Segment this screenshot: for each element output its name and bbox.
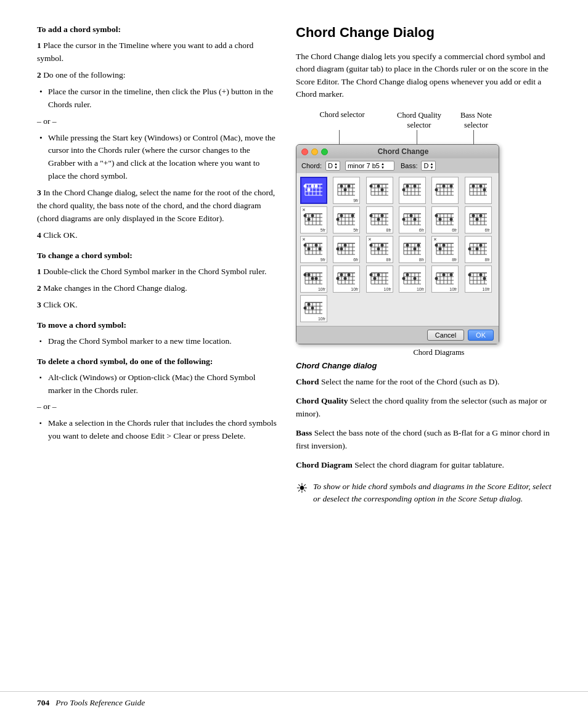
step-text-c2: Make changes in the Chord Change dialog. xyxy=(43,283,187,293)
traffic-light-green[interactable] xyxy=(321,148,328,155)
line-bass-note xyxy=(473,130,474,144)
svg-point-277 xyxy=(443,274,446,277)
chord-diagram-13[interactable]: 9fr ✕ xyxy=(300,236,327,263)
term-bass: Bass xyxy=(296,428,312,437)
svg-point-191 xyxy=(406,244,409,247)
chord-diagram-15[interactable]: 8fr ✕ xyxy=(366,236,393,263)
svg-point-10 xyxy=(311,185,314,188)
svg-point-301 xyxy=(308,303,311,306)
svg-point-144 xyxy=(475,218,478,221)
line-chord-quality xyxy=(417,130,417,144)
step-2-change: 2 Make changes in the Chord Change dialo… xyxy=(37,282,277,295)
chord-diagram-19[interactable]: 10fr xyxy=(300,266,327,293)
dialog-area: Chord selector Chord Qualityselector Bas… xyxy=(296,110,557,371)
svg-point-203 xyxy=(435,244,438,247)
svg-point-24 xyxy=(344,189,347,192)
tip-text: To show or hide chord symbols and diagra… xyxy=(313,481,557,506)
step-4-add: 4 Click OK. xyxy=(37,229,277,242)
step-2-add: 2 Do one of the following: xyxy=(37,69,277,82)
chord-diagram-17[interactable]: 8fr ✕ xyxy=(431,236,459,263)
step-number-1: 1 xyxy=(37,41,41,50)
bass-select[interactable]: D ▲▼ xyxy=(421,161,436,171)
chord-diagram-8[interactable]: 5fr xyxy=(333,206,360,233)
chord-diagram-12[interactable]: 6fr xyxy=(465,206,492,233)
chord-diagram-6[interactable] xyxy=(465,177,492,204)
intro-text: The Chord Change dialog lets you specify… xyxy=(296,51,557,100)
svg-point-142 xyxy=(472,214,475,217)
step-text-c1: Double-click the Chord Symbol marker in … xyxy=(43,267,266,276)
svg-point-12 xyxy=(308,189,311,192)
chord-diagram-9[interactable]: 8fr xyxy=(366,206,393,233)
svg-point-155 xyxy=(315,244,318,247)
svg-point-227 xyxy=(304,274,307,277)
svg-point-181 xyxy=(377,248,380,251)
bass-label: Bass: xyxy=(401,162,418,169)
chord-diagram-25[interactable]: 10fr xyxy=(300,295,327,322)
chord-diagrams-label: Chord Diagrams xyxy=(296,348,557,357)
svg-point-23 xyxy=(348,185,351,188)
chord-diagram-10[interactable]: 6fr xyxy=(399,206,426,233)
svg-point-157 xyxy=(319,248,322,251)
bass-note-label: Bass Noteselector xyxy=(453,110,499,131)
svg-point-108 xyxy=(377,218,380,221)
cancel-button[interactable]: Cancel xyxy=(427,330,464,341)
chord-value: D xyxy=(328,162,333,169)
chord-diagram-22[interactable]: 10fr xyxy=(399,266,426,293)
svg-point-59 xyxy=(450,185,453,188)
svg-point-289 xyxy=(468,274,471,277)
chord-diagram-5[interactable] xyxy=(431,177,459,204)
quality-arrows: ▲▼ xyxy=(381,162,385,169)
chord-diagram-7[interactable]: 5fr ✕ xyxy=(300,206,327,233)
chord-diagram-2[interactable]: 9fr xyxy=(333,177,360,204)
svg-point-82 xyxy=(304,214,307,217)
quality-select[interactable]: minor 7 b5 ▲▼ xyxy=(345,161,394,171)
chord-diagram-11[interactable]: 6fr xyxy=(431,206,459,233)
chord-diagram-16[interactable]: 8fr xyxy=(399,236,426,263)
chord-arrows: ▲▼ xyxy=(334,162,338,169)
chord-diagram-21[interactable]: 10fr xyxy=(366,266,393,293)
chord-diagram-3[interactable] xyxy=(366,177,393,204)
sq-bullet-delete-1: Alt-click (Windows) or Option-click (Mac… xyxy=(48,371,277,397)
svg-point-94 xyxy=(340,214,343,217)
svg-point-180 xyxy=(380,244,383,247)
chord-diagram-1[interactable] xyxy=(300,177,327,204)
dialog-title-text: Chord Change xyxy=(331,147,475,156)
svg-point-9 xyxy=(304,185,307,188)
right-column: Chord Change Dialog The Chord Change dia… xyxy=(296,25,557,667)
ok-button[interactable]: OK xyxy=(468,330,494,341)
or-separator-2: – or – xyxy=(37,400,277,413)
line-chord-selector xyxy=(339,130,340,144)
svg-point-131 xyxy=(439,218,442,221)
svg-point-58 xyxy=(443,185,446,188)
svg-point-95 xyxy=(351,214,354,217)
chord-diagram-14[interactable]: 6fr xyxy=(333,236,360,263)
svg-point-106 xyxy=(369,214,372,217)
svg-point-215 xyxy=(479,244,482,247)
traffic-light-yellow[interactable] xyxy=(311,148,318,155)
chord-diagram-20[interactable]: 10fr xyxy=(333,266,360,293)
svg-point-255 xyxy=(373,277,376,280)
traffic-light-red[interactable] xyxy=(301,148,308,155)
quality-value: minor 7 b5 xyxy=(348,162,380,169)
svg-point-242 xyxy=(337,277,340,280)
def-diagram-text: Select the chord diagram for guitar tabl… xyxy=(353,460,504,469)
bass-arrows: ▲▼ xyxy=(430,162,433,169)
svg-point-243 xyxy=(344,277,347,280)
chord-diagram-4[interactable] xyxy=(399,177,426,204)
chord-diagrams-grid: 9fr xyxy=(296,173,499,326)
svg-point-35 xyxy=(377,185,380,188)
svg-point-167 xyxy=(344,244,347,247)
svg-point-84 xyxy=(308,218,311,221)
step-text-2: Do one of the following: xyxy=(43,70,125,79)
svg-point-229 xyxy=(311,277,314,280)
dialog-footer: Cancel OK xyxy=(296,326,499,344)
chord-diagram-24[interactable]: 10fr xyxy=(465,266,492,293)
chord-diagram-18[interactable]: 8fr xyxy=(465,236,492,263)
svg-point-302 xyxy=(304,307,307,310)
svg-point-265 xyxy=(406,274,409,277)
svg-point-107 xyxy=(380,214,383,217)
chord-select[interactable]: D ▲▼ xyxy=(325,161,340,171)
svg-point-291 xyxy=(483,277,486,280)
step-text-c3: Click OK. xyxy=(43,300,78,309)
chord-diagram-23[interactable]: 10fr xyxy=(431,266,459,293)
